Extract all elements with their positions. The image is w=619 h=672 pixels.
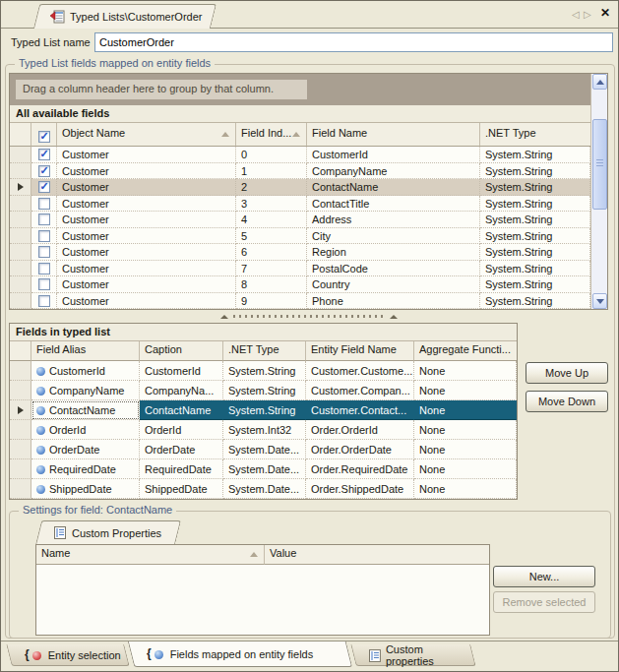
bottom-tab-strip: { Entity selection { Fields mapped on en… bbox=[1, 641, 618, 671]
tab-label: Entity selection bbox=[48, 649, 121, 661]
row-indicator bbox=[10, 459, 31, 479]
cell-object: Customer bbox=[57, 147, 236, 163]
tab-custom-properties-bottom[interactable]: Custom properties bbox=[353, 644, 473, 666]
row-indicator bbox=[10, 361, 31, 381]
vertical-scrollbar[interactable] bbox=[590, 74, 607, 309]
cell-entity_field: Order.OrderDate bbox=[306, 440, 414, 459]
column-header-field-name[interactable]: Field Name bbox=[307, 123, 480, 147]
row-checkbox[interactable] bbox=[38, 278, 50, 290]
cell-object: Customer bbox=[57, 276, 236, 293]
table-row[interactable]: CompanyNameCompanyNa...System.StringCust… bbox=[10, 381, 517, 400]
row-checkbox[interactable] bbox=[38, 263, 50, 275]
column-header-net-type[interactable]: .NET Type bbox=[480, 123, 590, 147]
cell-field: Phone bbox=[307, 293, 480, 310]
table-row[interactable]: RequiredDateRequiredDateSystem.Date...Or… bbox=[10, 459, 517, 479]
table-row[interactable]: OrderDateOrderDateSystem.Date...Order.Or… bbox=[10, 440, 517, 459]
cell-aggregate: None bbox=[414, 361, 517, 381]
splitter-collapse-icon bbox=[220, 315, 228, 319]
cell-type: System.String bbox=[480, 163, 590, 180]
table-row[interactable]: ShippedDateShippedDateSystem.Date...Orde… bbox=[10, 479, 517, 499]
table-row[interactable]: Customer3ContactTitleSystem.String bbox=[10, 196, 590, 213]
cell-type: System.String bbox=[480, 196, 590, 213]
table-row[interactable]: Customer9PhoneSystem.String bbox=[10, 293, 590, 310]
cell-index: 5 bbox=[236, 228, 307, 245]
typed-list-editor-window: Typed Lists\CustomerOrder ◁ ▷ ✕ Typed Li… bbox=[0, 0, 619, 672]
typed-list-icon bbox=[50, 10, 65, 24]
cell-field: PostalCode bbox=[307, 261, 480, 277]
column-header-entity-field-name[interactable]: Entity Field Name bbox=[306, 341, 414, 361]
group-by-panel[interactable]: Drag a column header here to group by th… bbox=[10, 74, 590, 105]
prev-document-icon[interactable]: ◁ bbox=[572, 9, 580, 20]
table-row[interactable]: Customer8CountrySystem.String bbox=[10, 276, 590, 293]
grid-splitter[interactable] bbox=[9, 312, 608, 321]
cell-aggregate: None bbox=[414, 459, 517, 479]
row-checkbox[interactable] bbox=[38, 246, 50, 258]
cell-field: Region bbox=[307, 244, 480, 261]
cell-field-alias: ShippedDate bbox=[31, 479, 140, 499]
table-row[interactable]: Customer0CustomerIdSystem.String bbox=[10, 147, 590, 163]
entity-icon bbox=[32, 651, 41, 660]
table-row[interactable]: Customer2ContactNameSystem.String bbox=[10, 179, 590, 196]
cell-caption: ShippedDate bbox=[140, 479, 223, 499]
scroll-down-icon[interactable] bbox=[592, 293, 607, 309]
field-icon bbox=[36, 426, 45, 435]
row-indicator bbox=[10, 228, 31, 245]
cell-type: System.String bbox=[480, 147, 590, 163]
table-row[interactable]: ContactNameContactNameSystem.StringCusto… bbox=[10, 400, 517, 420]
cell-index: 4 bbox=[236, 212, 307, 228]
move-up-button[interactable]: Move Up bbox=[526, 362, 608, 384]
column-header-value[interactable]: Value bbox=[265, 545, 489, 565]
tab-custom-properties[interactable]: Custom Properties bbox=[38, 520, 178, 545]
cell-index: 6 bbox=[236, 244, 307, 261]
cell-type: System.String bbox=[480, 261, 590, 277]
cell-type: System.Date... bbox=[223, 479, 306, 499]
select-all-checkbox[interactable] bbox=[38, 131, 50, 143]
available-fields-rows: Customer0CustomerIdSystem.StringCustomer… bbox=[10, 147, 590, 309]
column-header-object-name[interactable]: Object Name bbox=[57, 123, 236, 147]
column-header-caption[interactable]: Caption bbox=[140, 341, 223, 361]
column-header-aggregate-function[interactable]: Aggregate Functi... bbox=[414, 341, 517, 361]
table-row[interactable]: Customer1CompanyNameSystem.String bbox=[10, 163, 590, 180]
table-row[interactable]: Customer4AddressSystem.String bbox=[10, 212, 590, 228]
row-checkbox[interactable] bbox=[38, 214, 50, 225]
close-icon[interactable]: ✕ bbox=[600, 6, 610, 20]
row-indicator bbox=[10, 196, 31, 213]
cell-entity_field: Order.ShippedDate bbox=[306, 479, 414, 499]
typed-list-name-input[interactable] bbox=[94, 32, 613, 52]
row-checkbox[interactable] bbox=[38, 198, 50, 210]
cell-field: Address bbox=[307, 212, 480, 228]
next-document-icon[interactable]: ▷ bbox=[584, 9, 591, 20]
cell-type: System.String bbox=[223, 381, 306, 400]
column-header-name[interactable]: Name bbox=[36, 545, 265, 565]
available-fields-grid: Drag a column header here to group by th… bbox=[9, 73, 608, 310]
row-checkbox[interactable] bbox=[38, 181, 50, 193]
cell-type: System.String bbox=[480, 276, 590, 293]
cell-type: System.String bbox=[223, 361, 306, 381]
table-row[interactable]: Customer5CitySystem.String bbox=[10, 228, 590, 245]
scroll-up-icon[interactable] bbox=[592, 74, 607, 90]
tab-entity-selection[interactable]: { Entity selection bbox=[9, 644, 127, 666]
scrollbar-thumb[interactable] bbox=[592, 119, 607, 210]
row-checkbox[interactable] bbox=[38, 165, 50, 177]
cell-entity_field: Customer.Custome... bbox=[306, 361, 414, 381]
column-header-field-index[interactable]: Field Ind... bbox=[236, 123, 307, 147]
available-fields-caption: All available fields bbox=[10, 105, 590, 123]
cell-aggregate: None bbox=[414, 440, 517, 459]
column-header-field-alias[interactable]: Field Alias bbox=[31, 341, 140, 361]
tab-typed-list-document[interactable]: Typed Lists\CustomerOrder bbox=[36, 4, 214, 29]
row-checkbox[interactable] bbox=[38, 149, 50, 160]
column-header-net-type[interactable]: .NET Type bbox=[223, 341, 306, 361]
tab-fields-mapped[interactable]: { Fields mapped on entity fields bbox=[131, 641, 349, 667]
table-row[interactable]: OrderIdOrderIdSystem.Int32Order.OrderIdN… bbox=[10, 420, 517, 440]
table-row[interactable]: Customer7PostalCodeSystem.String bbox=[10, 261, 590, 277]
table-row[interactable]: CustomerIdCustomerIdSystem.StringCustome… bbox=[10, 361, 517, 381]
row-checkbox[interactable] bbox=[38, 295, 50, 307]
settings-groupbox-title: Settings for field: ContactName bbox=[19, 504, 176, 516]
move-down-button[interactable]: Move Down bbox=[526, 391, 608, 412]
table-row[interactable]: Customer6RegionSystem.String bbox=[10, 244, 590, 261]
checkbox-cell bbox=[31, 228, 57, 245]
row-checkbox[interactable] bbox=[38, 230, 50, 242]
cell-field-alias: RequiredDate bbox=[31, 459, 140, 479]
cell-caption: OrderId bbox=[140, 420, 223, 440]
new-button[interactable]: New... bbox=[493, 566, 595, 587]
